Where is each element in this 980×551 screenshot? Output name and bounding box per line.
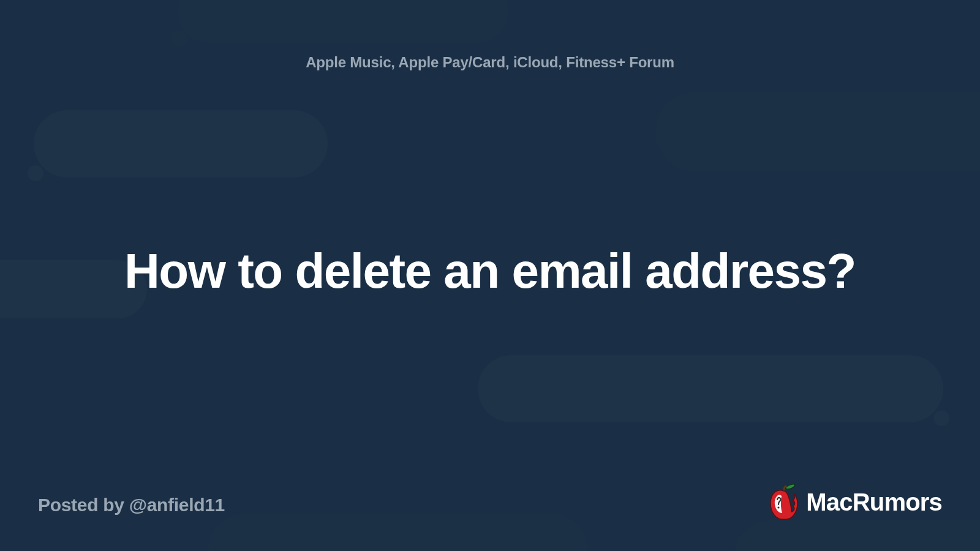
bg-bubble [178, 0, 508, 43]
bg-bubble [34, 110, 328, 178]
logo-text: MacRumors [806, 489, 942, 516]
posted-by: Posted by @anfield11 [38, 495, 225, 515]
bg-bubble [655, 92, 980, 171]
thread-title: How to delete an email address? [49, 243, 931, 299]
svg-point-0 [778, 506, 780, 508]
site-logo: MacRumors [767, 482, 942, 522]
macrumors-apple-icon [767, 482, 801, 522]
bg-bubble [208, 514, 588, 551]
forum-label: Apple Music, Apple Pay/Card, iCloud, Fit… [306, 54, 674, 71]
bg-bubble [735, 520, 980, 551]
bg-bubble [478, 355, 943, 422]
